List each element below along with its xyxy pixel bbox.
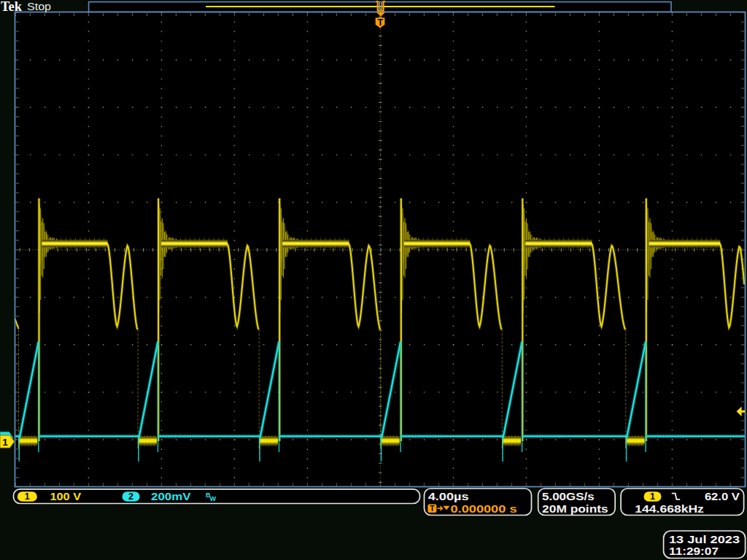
svg-text:1: 1 <box>650 491 655 502</box>
svg-text:W: W <box>210 495 217 502</box>
svg-text:Stop: Stop <box>27 1 51 12</box>
svg-text:1: 1 <box>2 437 8 448</box>
svg-text:0.000000 s: 0.000000 s <box>451 502 517 515</box>
svg-text:100 V: 100 V <box>50 491 82 502</box>
svg-text:Tek: Tek <box>1 0 23 14</box>
svg-text:T: T <box>377 18 383 28</box>
svg-text:5.00GS/s: 5.00GS/s <box>542 490 595 502</box>
svg-text:1: 1 <box>25 491 30 502</box>
svg-text:144.668kHz: 144.668kHz <box>635 502 704 515</box>
svg-text:11:29:07: 11:29:07 <box>669 545 719 557</box>
svg-text:T: T <box>430 504 435 513</box>
svg-text:20M points: 20M points <box>542 502 608 515</box>
svg-text:62.0 V: 62.0 V <box>705 490 740 502</box>
svg-text:2: 2 <box>128 491 133 502</box>
svg-text:4.00µs: 4.00µs <box>428 490 469 502</box>
svg-text:200mV: 200mV <box>151 491 191 502</box>
svg-text:13 Jul 2023: 13 Jul 2023 <box>669 534 740 545</box>
